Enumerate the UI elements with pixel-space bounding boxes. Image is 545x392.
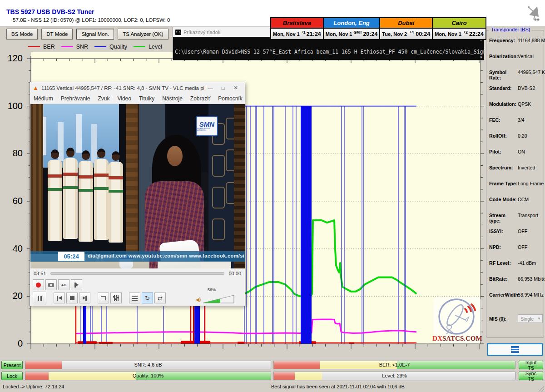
equalizer-button[interactable] xyxy=(110,293,122,303)
transponder-field: FEC:3/4 xyxy=(489,117,543,133)
video-figure xyxy=(48,149,62,243)
tab-dt-mode[interactable]: DT Mode xyxy=(41,29,73,40)
previous-button[interactable] xyxy=(54,293,65,303)
volume-slider[interactable] xyxy=(202,294,236,304)
video-figure xyxy=(63,148,78,241)
vlc-menu-zvuk[interactable]: Zvuk xyxy=(98,95,109,102)
resize-grip[interactable] xyxy=(539,386,544,392)
next-button[interactable] xyxy=(79,293,90,303)
clock-date: Mon, Nov 1 xyxy=(435,31,461,37)
volume-percent: 56% xyxy=(208,288,216,292)
tuner-subtitle: 57.0E - NSS 12 (ID: 0570) @ LOF1: 100000… xyxy=(13,17,170,23)
close-button[interactable]: ✕ xyxy=(229,84,242,93)
presenter-face xyxy=(167,146,183,166)
tab-signal-mon-[interactable]: Signal Mon. xyxy=(76,29,114,40)
vlc-menu-médium[interactable]: Médium xyxy=(34,95,53,102)
video-figure xyxy=(79,150,93,243)
vlc-menu-pomocník[interactable]: Pomocník xyxy=(218,95,242,102)
cmd-body: C:\Users\Roman Dávid>NSS 12-57°E_East Af… xyxy=(173,37,484,60)
lock-button[interactable]: Lock xyxy=(1,372,23,380)
transponder-field: BitRate:66,953 Mbit/s xyxy=(489,276,543,292)
pause-button[interactable] xyxy=(33,292,46,304)
video-wood-column xyxy=(126,104,139,268)
clock-date: Tue, Nov 2 xyxy=(382,31,407,37)
ab-loop-icon: AB xyxy=(61,283,67,287)
snapshot-button[interactable] xyxy=(45,279,57,290)
clock-time-row: Mon, Nov 1+121:24 xyxy=(271,28,323,39)
y-tick-label: 20 xyxy=(0,291,23,301)
record-button[interactable] xyxy=(33,279,44,290)
stop-icon xyxy=(70,296,74,300)
vlc-advanced-controls: AB xyxy=(33,279,82,290)
panel-ornament xyxy=(212,155,225,177)
vlc-video-area: SMN SIDAMA MEDIA NETWORK 05:24 dia@gmail… xyxy=(30,104,245,268)
transponder-field: RF Level:-41 dBm xyxy=(489,260,543,276)
field-label: Spectrum: xyxy=(489,165,518,170)
scroll-down-icon[interactable]: ▼ xyxy=(480,55,483,60)
clock-time: 22:24 xyxy=(469,31,484,37)
speaker-icon: ◀) xyxy=(196,297,201,302)
tab-ts-analyzer-ok-[interactable]: TS Analyzer (OK) xyxy=(118,29,168,40)
fullscreen-button[interactable] xyxy=(98,293,109,303)
field-value: 3/4 xyxy=(518,117,525,123)
transponder-fields: Frequency:11164,888 MHzPolarization:Vert… xyxy=(489,38,543,323)
transponder-field: NPD:OFF xyxy=(489,244,543,260)
input-ts-button[interactable]: Input TS xyxy=(519,361,543,369)
video-figure xyxy=(94,149,109,242)
field-label: Code Mode: xyxy=(489,197,518,202)
legend-item-level: Level xyxy=(134,44,162,50)
shuffle-icon: ⇄ xyxy=(158,295,163,301)
loop-button[interactable]: ↻ xyxy=(142,293,153,303)
vlc-titlebar[interactable]: ▲ 11165 Vertical 44995,547 / RF: -41 SNR… xyxy=(30,82,245,94)
clock-city: Cairo xyxy=(433,18,486,28)
volume-control: ◀) 56% xyxy=(196,288,241,304)
meter-label: Level: 23% xyxy=(274,373,515,378)
vlc-menu-video[interactable]: Video xyxy=(117,95,131,102)
present-button[interactable]: Present xyxy=(1,361,23,369)
field-value: 66,953 Mbit/s xyxy=(518,276,545,282)
quality-meter: Quality: 100% xyxy=(25,372,271,380)
vlc-menu-prehrávanie[interactable]: Prehrávanie xyxy=(61,95,90,102)
minimize-button[interactable]: — xyxy=(204,84,217,93)
video-figure xyxy=(109,151,123,244)
clock-utc-offset: +4 xyxy=(408,30,415,35)
vlc-menu-titulky[interactable]: Titulky xyxy=(139,95,154,102)
clock-city: Dubai xyxy=(380,18,432,28)
maximize-button[interactable]: □ xyxy=(217,84,229,93)
sync-ts-button[interactable]: Sync TS xyxy=(519,372,543,380)
field-value: OFF xyxy=(518,244,527,250)
cmd-window-title: Príkazový riadok xyxy=(183,30,220,35)
frame-step-button[interactable] xyxy=(71,279,82,290)
y-tick-label: 40 xyxy=(0,243,23,254)
legend-label: Quality xyxy=(109,44,127,50)
field-value: 0.20 xyxy=(518,133,527,139)
panel-ornament xyxy=(212,187,225,208)
transponder-field: RollOff:0.20 xyxy=(489,133,543,149)
field-value: 44995,547 KS/s xyxy=(518,69,545,75)
field-value: Vertical xyxy=(518,54,534,59)
vlc-menu-zobraziť[interactable]: Zobraziť xyxy=(190,95,211,102)
mis-dropdown[interactable]: Single▼ xyxy=(518,314,543,323)
field-label: FEC: xyxy=(489,117,518,123)
field-value: 53,994 MHz xyxy=(518,292,544,298)
best-signal-status: Best signal has been seen at 2021-11-01 … xyxy=(271,384,405,389)
mode-tabs: BS ModeDT ModeSignal Mon.TS Analyzer (OK… xyxy=(6,29,168,40)
smn-logo-text: SMN xyxy=(199,121,214,128)
playlist-button[interactable] xyxy=(129,293,140,303)
vlc-menu-nástroje[interactable]: Nástroje xyxy=(162,95,183,102)
clock-time-row: Tue, Nov 2+400:24 xyxy=(380,28,432,39)
desktop: { "window": { "title": "TBS 5927 USB DVB… xyxy=(0,0,545,392)
shuffle-button[interactable]: ⇄ xyxy=(154,293,166,303)
stop-button[interactable] xyxy=(66,293,78,303)
field-value: CCM xyxy=(518,197,529,202)
cmd-scrollbar[interactable]: ▲ ▼ xyxy=(478,37,484,60)
field-label: RollOff: xyxy=(489,133,518,139)
ts-list-button[interactable] xyxy=(487,343,543,356)
elapsed-time: 03:51 xyxy=(34,271,46,276)
record-icon xyxy=(36,283,41,288)
cmd-prompt-line: C:\Users\Roman Dávid>NSS 12-57°E_East Af… xyxy=(175,49,484,55)
field-value: 11164,888 MHz xyxy=(518,38,545,43)
legend-label: SNR xyxy=(76,44,88,50)
ab-loop-button[interactable]: AB xyxy=(58,279,69,290)
seek-slider[interactable] xyxy=(50,272,225,275)
